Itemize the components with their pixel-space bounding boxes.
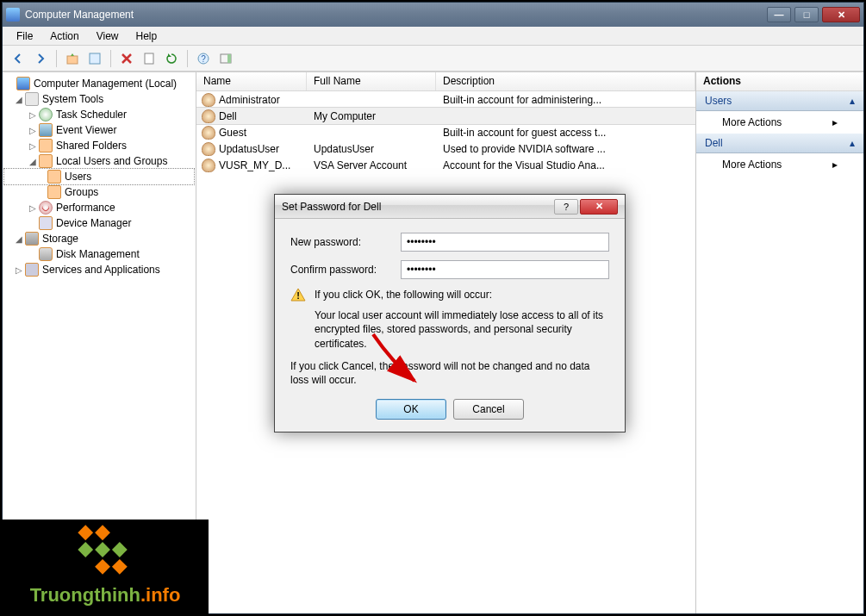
actions-section-users[interactable]: Users▴	[696, 91, 863, 111]
cancel-button[interactable]: Cancel	[453, 399, 524, 420]
properties-button[interactable]	[84, 48, 105, 69]
refresh-button[interactable]	[161, 48, 182, 69]
back-button[interactable]	[8, 48, 28, 69]
chevron-right-icon: ▸	[832, 159, 838, 171]
col-header-fullname[interactable]: Full Name	[307, 72, 436, 90]
confirm-password-label: Confirm password:	[290, 264, 401, 276]
actions-pane: Actions Users▴ More Actions▸ Dell▴ More …	[695, 72, 863, 613]
actions-section-dell[interactable]: Dell▴	[696, 134, 863, 153]
warning-line1: If you click OK, the following will occu…	[315, 288, 609, 302]
actions-more-dell[interactable]: More Actions▸	[696, 153, 863, 176]
expander-icon[interactable]: ▷	[13, 265, 25, 275]
tree-storage[interactable]: ◢Storage	[4, 231, 194, 246]
list-row[interactable]: UpdatusUserUpdatusUserUsed to provide NV…	[196, 140, 695, 157]
dialog-title: Set Password for Dell	[282, 201, 554, 213]
tree-groups[interactable]: Groups	[4, 184, 194, 200]
set-password-dialog: Set Password for Dell ? ✕ New password: …	[274, 194, 626, 432]
user-icon	[202, 159, 215, 172]
dialog-close-button[interactable]: ✕	[580, 199, 618, 215]
warning-line3: If you click Cancel, the password will n…	[290, 359, 609, 387]
collapse-icon: ▴	[850, 95, 855, 107]
app-icon	[6, 8, 20, 22]
warning-icon: !	[290, 288, 306, 303]
list-row[interactable]: GuestBuilt-in account for guest access t…	[196, 124, 695, 140]
user-icon	[202, 126, 215, 140]
menu-help[interactable]: Help	[128, 28, 166, 44]
user-icon	[202, 93, 215, 107]
expander-icon[interactable]: ▷	[27, 203, 39, 213]
expander-icon[interactable]: ◢	[13, 234, 25, 244]
tree-task-scheduler[interactable]: ▷Task Scheduler	[4, 107, 194, 122]
chevron-right-icon: ▸	[832, 116, 838, 128]
svg-text:!: !	[296, 290, 300, 301]
svg-rect-6	[227, 54, 231, 63]
list-row[interactable]: VUSR_MY_D...VSA Server AccountAccount fo…	[196, 157, 695, 173]
warning-line2: Your local user account will immediately…	[315, 308, 609, 351]
tree-system-tools[interactable]: ◢System Tools	[4, 91, 194, 107]
expander-icon[interactable]: ▷	[27, 141, 39, 151]
titlebar[interactable]: Computer Management — □ ✕	[3, 3, 863, 27]
confirm-password-input[interactable]	[401, 260, 609, 279]
expander-icon[interactable]: ◢	[27, 157, 39, 166]
tree-performance[interactable]: ▷Performance	[4, 200, 194, 215]
dialog-help-button[interactable]: ?	[554, 199, 578, 215]
tree-local-users-groups[interactable]: ◢Local Users and Groups	[4, 153, 194, 169]
tree-disk-management[interactable]: Disk Management	[4, 246, 194, 262]
delete-button[interactable]	[116, 48, 137, 69]
actions-title: Actions	[696, 72, 863, 91]
svg-text:?: ?	[201, 54, 206, 64]
menu-view[interactable]: View	[88, 28, 128, 44]
expander-icon[interactable]: ▷	[27, 126, 39, 135]
expander-icon[interactable]: ◢	[13, 95, 25, 104]
ok-button[interactable]: OK	[376, 399, 446, 420]
tree-shared-folders[interactable]: ▷Shared Folders	[4, 138, 194, 153]
new-password-input[interactable]	[401, 233, 609, 252]
dialog-titlebar[interactable]: Set Password for Dell ? ✕	[275, 195, 625, 219]
user-icon	[202, 109, 215, 123]
tree-services-apps[interactable]: ▷Services and Applications	[4, 262, 194, 277]
svg-rect-2	[145, 53, 153, 64]
window-title: Computer Management	[25, 9, 767, 21]
close-button[interactable]: ✕	[822, 7, 860, 22]
menu-action[interactable]: Action	[41, 28, 87, 44]
toolbar: ?	[3, 46, 863, 72]
col-header-name[interactable]: Name	[196, 72, 307, 90]
new-password-label: New password:	[290, 236, 401, 248]
actions-more-users[interactable]: More Actions▸	[696, 111, 863, 134]
expander-icon[interactable]: ▷	[27, 110, 39, 120]
list-header: Name Full Name Description	[196, 72, 695, 91]
tree-event-viewer[interactable]: ▷Event Viewer	[4, 122, 194, 138]
tree-pane[interactable]: Computer Management (Local) ◢System Tool…	[3, 72, 196, 613]
export-button[interactable]	[139, 48, 159, 69]
list-row[interactable]: DellMy Computer	[196, 108, 695, 124]
svg-rect-1	[90, 53, 100, 64]
list-row[interactable]: AdministratorBuilt-in account for admini…	[196, 91, 695, 108]
minimize-button[interactable]: —	[767, 7, 791, 22]
menubar: File Action View Help	[3, 27, 863, 46]
col-header-description[interactable]: Description	[436, 72, 695, 90]
forward-button[interactable]	[30, 48, 51, 69]
up-button[interactable]	[62, 48, 83, 69]
svg-rect-0	[67, 56, 78, 64]
help-button[interactable]: ?	[193, 48, 214, 69]
tree-device-manager[interactable]: Device Manager	[4, 215, 194, 231]
collapse-icon: ▴	[850, 137, 855, 149]
maximize-button[interactable]: □	[794, 7, 819, 22]
action-pane-toggle[interactable]	[215, 48, 236, 69]
tree-users[interactable]: Users	[4, 169, 194, 184]
user-icon	[202, 142, 215, 156]
tree-root[interactable]: Computer Management (Local)	[4, 76, 194, 91]
menu-file[interactable]: File	[8, 28, 41, 44]
